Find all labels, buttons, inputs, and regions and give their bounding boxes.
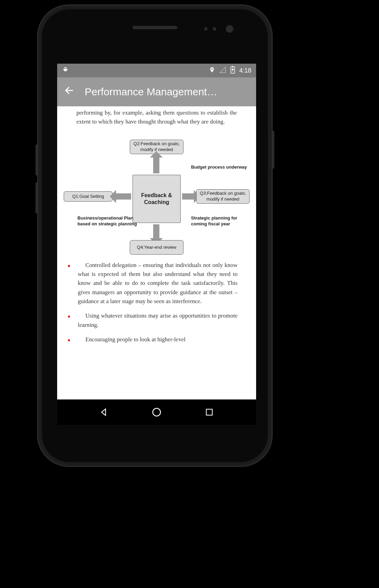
debug-icon [62,66,69,75]
page-title: Performance Management… [85,86,217,98]
nav-back-button[interactable] [98,406,110,418]
app-bar: Performance Management… [57,77,256,106]
article-content[interactable]: performing by, for example, asking them … [57,106,256,344]
phone-sensor [204,27,208,31]
status-bar: 4:18 [57,64,256,77]
battery-charging-icon [230,66,235,75]
phone-screen: 4:18 Performance Management… performing … [57,64,256,425]
arrow-right-icon [182,193,194,200]
svg-rect-1 [232,66,233,67]
bullet-text: Controlled delegation – ensuring that in… [78,261,238,306]
diagram-node-q1: Q1:Goal Setting [64,191,113,202]
volume-down-button[interactable] [35,182,38,213]
list-item: ● Using whatever situations may arise as… [67,311,238,330]
status-time: 4:18 [239,67,251,74]
bullet-text: Encouraging people to look at higher-lev… [78,335,238,344]
nav-home-button[interactable] [150,406,163,418]
diagram-node-q4: Q4:Year-end review [130,240,183,255]
diagram-annotation-operational: Business/operational Plan based on strat… [77,215,146,227]
diagram-center-label: Feedback & Coaching [135,192,178,206]
arrow-left-icon [115,193,131,200]
diagram-annotation-budget: Budget process underway [191,164,250,170]
phone-camera [226,25,233,33]
list-item: ● Controlled delegation – ensuring that … [67,261,238,306]
arrow-down-icon [153,224,159,239]
power-button[interactable] [272,131,274,169]
intro-paragraph: performing by, for example, asking them … [63,106,250,131]
android-nav-bar [57,399,256,425]
svg-rect-4 [206,409,212,415]
bullet-icon: ● [67,335,78,344]
svg-point-3 [153,408,161,416]
bullet-icon: ● [67,311,78,330]
diagram-annotation-strategic: Strategic planning for coming fiscal yea… [191,215,250,227]
phone-speaker [133,26,177,29]
volume-up-button[interactable] [35,145,38,175]
phone-frame: 4:18 Performance Management… performing … [38,5,272,466]
location-icon [209,66,215,75]
list-item: ● Encouraging people to look at higher-l… [67,335,238,344]
signal-icon [219,66,226,75]
arrow-up-icon [153,157,159,173]
bullet-text: Using whatever situations may arise as o… [78,311,238,330]
phone-bezel: 4:18 Performance Management… performing … [42,9,268,462]
bullet-icon: ● [67,261,78,306]
bullet-list: ● Controlled delegation – ensuring that … [63,261,250,344]
nav-recents-button[interactable] [203,406,215,418]
feedback-cycle-diagram: Q2:Feedback on goals; modify if needed Q… [64,133,250,257]
phone-sensor [213,27,216,31]
back-button[interactable] [64,85,74,98]
diagram-node-q3: Q3:Feedback on goals; modify if needed [196,189,250,204]
